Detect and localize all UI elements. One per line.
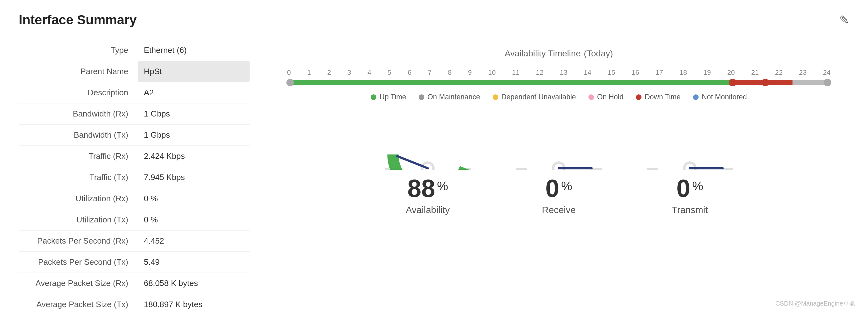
row-value: 180.897 K bytes bbox=[137, 294, 250, 314]
timeline-label: 13 bbox=[560, 69, 567, 77]
row-value: 0 % bbox=[137, 188, 250, 209]
svg-line-2 bbox=[397, 156, 428, 168]
timeline-label: 8 bbox=[448, 69, 452, 77]
row-value: 5.49 bbox=[137, 252, 250, 273]
legend-label: Down Time bbox=[645, 93, 681, 101]
timeline-label: 6 bbox=[408, 69, 411, 77]
dot-end bbox=[824, 79, 831, 86]
gauge-percent: % bbox=[437, 179, 448, 193]
segment-uptime bbox=[287, 80, 733, 85]
gauge-number: 0 bbox=[546, 176, 559, 201]
legend-item: Dependent Unavailable bbox=[493, 93, 576, 101]
dot-red1 bbox=[729, 79, 736, 86]
row-label: Traffic (Rx) bbox=[19, 146, 137, 167]
gauge-label: Availability bbox=[406, 205, 450, 215]
row-label: Type bbox=[19, 40, 137, 61]
row-value: A2 bbox=[137, 82, 250, 103]
row-label: Bandwidth (Tx) bbox=[19, 125, 137, 145]
timeline-label: 0 bbox=[287, 69, 291, 77]
gauge-label: Receive bbox=[542, 205, 576, 215]
row-label: Average Packet Size (Rx) bbox=[19, 273, 137, 294]
availability-title: Availability Timeline (Today) bbox=[268, 46, 849, 59]
timeline-label: 24 bbox=[823, 69, 830, 77]
timeline-label: 4 bbox=[368, 69, 371, 77]
timeline-label: 5 bbox=[388, 69, 391, 77]
gauge-value-row: 88% bbox=[407, 176, 448, 201]
timeline-label: 19 bbox=[703, 69, 711, 77]
row-value: 0 % bbox=[137, 209, 250, 230]
timeline-label: 3 bbox=[347, 69, 351, 77]
table-row: Packets Per Second (Tx)5.49 bbox=[19, 252, 250, 273]
timeline-label: 7 bbox=[428, 69, 432, 77]
dot-start bbox=[286, 79, 294, 86]
table-row: Utilization (Tx)0 % bbox=[19, 209, 250, 231]
timeline-label: 21 bbox=[751, 69, 758, 77]
timeline-labels: 0123456789101112131415161718192021222324 bbox=[287, 69, 831, 77]
legend-dot bbox=[588, 94, 594, 100]
watermark: CSDN @ManageEngine卓豪 bbox=[775, 299, 856, 308]
table-row: Parent NameHpSt bbox=[19, 61, 250, 82]
row-label: Packets Per Second (Rx) bbox=[19, 231, 137, 251]
timeline-label: 1 bbox=[307, 69, 311, 77]
segment-down2 bbox=[765, 80, 793, 85]
timeline-label: 12 bbox=[536, 69, 544, 77]
gauge-number: 0 bbox=[676, 176, 690, 201]
timeline-container: 0123456789101112131415161718192021222324… bbox=[287, 69, 831, 101]
timeline-label: 23 bbox=[799, 69, 807, 77]
table-row: Bandwidth (Rx)1 Gbps bbox=[19, 103, 250, 125]
availability-subtitle: (Today) bbox=[584, 48, 613, 58]
table-row: Utilization (Rx)0 % bbox=[19, 188, 250, 209]
row-value: 4.452 bbox=[137, 231, 250, 251]
page-container: Interface Summary ✎ TypeEthernet (6)Pare… bbox=[0, 0, 868, 314]
gauge-transmit: 0%Transmit bbox=[643, 120, 737, 215]
legend-item: Up Time bbox=[371, 93, 406, 101]
legend: Up TimeOn MaintenanceDependent Unavailab… bbox=[287, 93, 831, 101]
legend-label: On Hold bbox=[597, 93, 623, 101]
legend-dot bbox=[371, 94, 376, 100]
gauge-percent: % bbox=[561, 179, 572, 193]
table-row: Traffic (Rx)2.424 Kbps bbox=[19, 146, 250, 167]
row-label: Average Packet Size (Tx) bbox=[19, 294, 137, 314]
timeline-label: 9 bbox=[468, 69, 472, 77]
legend-label: Up Time bbox=[379, 93, 406, 101]
table-row: Traffic (Tx)7.945 Kbps bbox=[19, 167, 250, 188]
table-row: DescriptionA2 bbox=[19, 82, 250, 103]
legend-item: Down Time bbox=[636, 93, 681, 101]
legend-item: On Maintenance bbox=[419, 93, 480, 101]
table-row: TypeEthernet (6) bbox=[19, 40, 250, 61]
info-table: TypeEthernet (6)Parent NameHpStDescripti… bbox=[19, 40, 250, 314]
row-value: 7.945 Kbps bbox=[137, 167, 250, 188]
gauge-number: 88 bbox=[407, 176, 435, 201]
legend-dot bbox=[493, 94, 498, 100]
row-label: Bandwidth (Rx) bbox=[19, 103, 137, 124]
segment-down1 bbox=[733, 80, 765, 85]
edit-icon[interactable]: ✎ bbox=[839, 13, 849, 27]
header: Interface Summary ✎ bbox=[19, 12, 849, 27]
row-value: 68.058 K bytes bbox=[137, 273, 250, 294]
table-row: Average Packet Size (Rx)68.058 K bytes bbox=[19, 273, 250, 294]
row-value: 1 Gbps bbox=[137, 125, 250, 145]
table-row: Average Packet Size (Tx)180.897 K bytes bbox=[19, 294, 250, 314]
row-value: HpSt bbox=[137, 61, 250, 82]
page-title: Interface Summary bbox=[19, 12, 137, 27]
table-row: Packets Per Second (Rx)4.452 bbox=[19, 231, 250, 252]
timeline-label: 16 bbox=[631, 69, 639, 77]
gauge-percent: % bbox=[692, 179, 703, 193]
timeline-label: 2 bbox=[327, 69, 331, 77]
timeline-label: 10 bbox=[488, 69, 495, 77]
timeline-bar bbox=[287, 80, 831, 85]
row-value: 2.424 Kbps bbox=[137, 146, 250, 167]
row-label: Packets Per Second (Tx) bbox=[19, 252, 137, 273]
timeline-label: 15 bbox=[608, 69, 615, 77]
table-row: Bandwidth (Tx)1 Gbps bbox=[19, 125, 250, 146]
row-value: Ethernet (6) bbox=[137, 40, 250, 61]
gauges-container: 88%Availability0%Receive0%Transmit bbox=[268, 120, 849, 215]
timeline-label: 11 bbox=[512, 69, 520, 77]
gauge-availability: 88%Availability bbox=[381, 120, 474, 215]
row-label: Description bbox=[19, 82, 137, 103]
row-label: Utilization (Tx) bbox=[19, 209, 137, 230]
legend-dot bbox=[693, 94, 699, 100]
row-label: Traffic (Tx) bbox=[19, 167, 137, 188]
availability-panel: Availability Timeline (Today) 0123456789… bbox=[268, 40, 849, 314]
legend-dot bbox=[419, 94, 424, 100]
